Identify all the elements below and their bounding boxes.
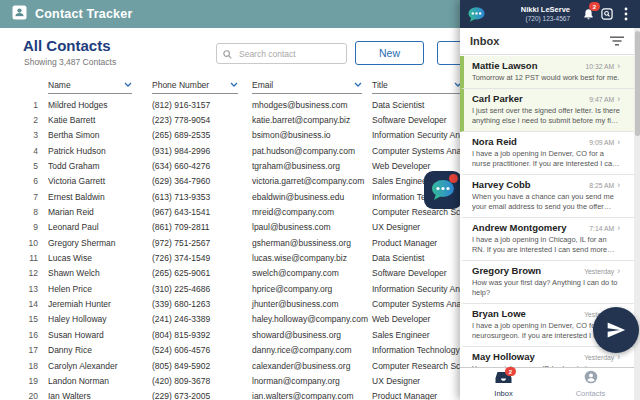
message-time: 8:25 AM bbox=[589, 182, 614, 189]
contact-name: Haley Holloway bbox=[48, 314, 152, 324]
contact-phone: (967) 643-1541 bbox=[152, 207, 252, 217]
message-item[interactable]: Gregory Brown Yesterday› How was your fi… bbox=[460, 261, 634, 304]
contact-name: Shawn Welch bbox=[48, 268, 152, 278]
contact-email: haley.holloway@company.com bbox=[252, 314, 372, 324]
notifications-button[interactable]: 2 bbox=[580, 5, 596, 23]
contact-phone: (265) 689-2535 bbox=[152, 130, 252, 140]
message-sender: Mattie Lawson bbox=[472, 60, 537, 71]
contact-name: Lucas Wise bbox=[48, 253, 152, 263]
contact-email: gsherman@bussiness.org bbox=[252, 238, 372, 248]
popup-header: Nikki LeServe (720) 123-4567 2 bbox=[460, 0, 640, 28]
contact-phone: (223) 778-9054 bbox=[152, 115, 252, 125]
contact-phone: (634) 660-4276 bbox=[152, 161, 252, 171]
contact-email: calexander@business.org bbox=[252, 361, 372, 371]
message-preview: When you have a chance can you send me y… bbox=[472, 192, 620, 212]
contact-name: Ian Walters bbox=[48, 391, 152, 400]
row-index: 1 bbox=[0, 100, 38, 110]
contact-phone: (613) 713-9353 bbox=[152, 192, 252, 202]
message-item[interactable]: Andrew Montgomery 7:14 AM› I have a job … bbox=[460, 218, 634, 261]
row-index: 20 bbox=[0, 391, 38, 400]
contact-card-icon bbox=[12, 5, 27, 24]
contact-name: Victoria Garrett bbox=[48, 176, 152, 186]
row-index: 9 bbox=[0, 222, 38, 232]
chevron-right-icon: › bbox=[617, 267, 620, 276]
contact-email: tgraham@business.org bbox=[252, 161, 372, 171]
column-header-name[interactable]: Name bbox=[48, 80, 132, 94]
contact-email: swelch@company.com bbox=[252, 268, 372, 278]
row-index: 4 bbox=[0, 146, 38, 156]
message-item[interactable]: Carl Parker 9:47 AM› I just sent over th… bbox=[460, 89, 634, 132]
column-header-title[interactable]: Title bbox=[372, 80, 462, 94]
column-header-phone[interactable]: Phone Number bbox=[152, 80, 238, 94]
user-phone: (720) 123-4567 bbox=[521, 15, 570, 22]
contacts-person-icon bbox=[584, 370, 598, 384]
row-index: 18 bbox=[0, 361, 38, 371]
contact-email: lnorman@company.org bbox=[252, 376, 372, 386]
row-index: 2 bbox=[0, 115, 38, 125]
menu-button[interactable] bbox=[618, 5, 634, 23]
contact-name: Landon Norman bbox=[48, 376, 152, 386]
contact-count: Showing 3,487 Contacts bbox=[24, 57, 116, 67]
contact-email: lpaul@business.com bbox=[252, 222, 372, 232]
column-header-email[interactable]: Email bbox=[252, 80, 362, 94]
tab-contacts[interactable]: Contacts bbox=[547, 368, 634, 400]
message-preview: How was your first day? Anything I can d… bbox=[472, 278, 620, 298]
screen: Contact Tracker All Contacts Showing 3,4… bbox=[0, 0, 640, 400]
compose-message-button[interactable] bbox=[593, 307, 639, 353]
contact-phone: (629) 364-7960 bbox=[152, 176, 252, 186]
tab-inbox[interactable]: 2 Inbox bbox=[460, 368, 547, 400]
message-time: 9:09 AM bbox=[589, 139, 614, 146]
filter-button[interactable] bbox=[610, 32, 624, 50]
message-preview: I just sent over the signed offer letter… bbox=[472, 106, 620, 126]
contact-name: Susan Howard bbox=[48, 330, 152, 340]
inbox-tab-badge: 2 bbox=[505, 367, 516, 376]
message-preview: I have a job opening in Denver, CO for a… bbox=[472, 149, 620, 169]
message-item[interactable]: Nora Reid 9:09 AM› I have a job opening … bbox=[460, 132, 634, 175]
search-box[interactable] bbox=[216, 43, 347, 64]
row-index: 8 bbox=[0, 207, 38, 217]
row-index: 12 bbox=[0, 268, 38, 278]
new-contact-button[interactable]: New bbox=[355, 41, 424, 65]
contact-email: mhodges@business.com bbox=[252, 100, 372, 110]
chevron-right-icon: › bbox=[617, 95, 620, 104]
contact-phone: (524) 606-4576 bbox=[152, 345, 252, 355]
row-index: 7 bbox=[0, 192, 38, 202]
message-item[interactable]: Harvey Cobb 8:25 AM› When you have a cha… bbox=[460, 175, 634, 218]
row-index: 13 bbox=[0, 284, 38, 294]
kebab-menu-icon bbox=[624, 7, 628, 21]
tab-contacts-label: Contacts bbox=[576, 389, 606, 398]
message-time: 9:47 AM bbox=[589, 96, 614, 103]
contact-name: Mildred Hodges bbox=[48, 100, 152, 110]
contact-name: Helen Price bbox=[48, 284, 152, 294]
chat-launcher-button[interactable] bbox=[424, 171, 462, 209]
scrollbar-thumb[interactable] bbox=[635, 31, 640, 136]
contact-name: Danny Rice bbox=[48, 345, 152, 355]
contact-phone: (339) 680-1263 bbox=[152, 299, 252, 309]
message-item[interactable]: Mattie Lawson 10:32 AM› Tomorrow at 12 P… bbox=[460, 56, 634, 89]
contact-phone: (931) 984-2996 bbox=[152, 146, 252, 156]
contact-email: hprice@company.org bbox=[252, 284, 372, 294]
tab-inbox-label: Inbox bbox=[494, 389, 512, 398]
chevron-down-icon bbox=[124, 82, 132, 87]
contact-phone: (310) 225-4686 bbox=[152, 284, 252, 294]
contact-name: Leonard Paul bbox=[48, 222, 152, 232]
contact-name: Patrick Hudson bbox=[48, 146, 152, 156]
search-contacts-button[interactable] bbox=[599, 5, 615, 23]
contact-name: Gregory Sherman bbox=[48, 238, 152, 248]
notification-dot bbox=[449, 174, 458, 183]
contact-name: Katie Barrett bbox=[48, 115, 152, 125]
message-time: 7:14 AM bbox=[589, 225, 614, 232]
message-time: 10:32 AM bbox=[585, 63, 614, 70]
row-index: 16 bbox=[0, 330, 38, 340]
page-title: All Contacts bbox=[23, 37, 111, 54]
search-input[interactable] bbox=[237, 48, 340, 60]
contact-name: Carolyn Alexander bbox=[48, 361, 152, 371]
message-sender: Andrew Montgomery bbox=[472, 222, 566, 233]
contact-phone: (241) 246-3389 bbox=[152, 314, 252, 324]
message-sender: Gregory Brown bbox=[472, 265, 541, 276]
contact-email: pat.hudson@company.com bbox=[252, 146, 372, 156]
chevron-right-icon: › bbox=[617, 181, 620, 190]
app-logo-bubble-icon bbox=[467, 6, 486, 23]
contact-name: Todd Graham bbox=[48, 161, 152, 171]
contact-email: danny.rice@company.com bbox=[252, 345, 372, 355]
